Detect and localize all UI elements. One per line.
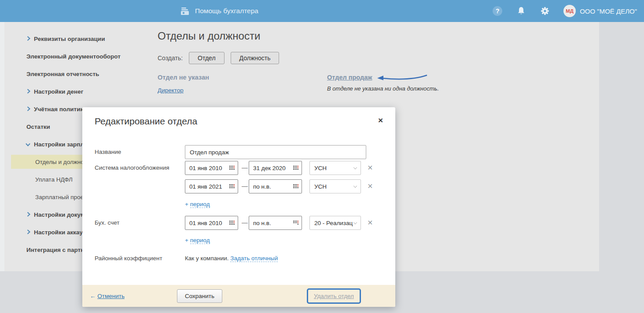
create-row: Создать: Отдел Должность [158,52,279,64]
range-dash: — [242,219,248,226]
page-title: Отделы и должности [158,30,260,42]
cancel-link[interactable]: ← Отменить [90,293,125,299]
modal-title: Редактирование отдела [95,116,197,127]
app-title-block: Помощь бухгалтера [180,0,258,22]
app-title: Помощь бухгалтера [195,7,258,15]
modal-footer: ← Отменить Сохранить Удалить отдел [82,285,395,307]
set-different-link[interactable]: Задать отличный [230,255,278,262]
plus-icon: + [185,237,188,244]
page-left-margin [0,22,4,271]
tax-row1-date-from [185,161,238,175]
sidebar-item-money-settings[interactable]: Настройки денег [4,83,152,100]
plus-icon: + [185,201,188,207]
chevron-right-icon [27,229,30,234]
date-from-input[interactable] [185,179,238,193]
group-no-department: Отдел не указан Директор [158,74,209,94]
sidebar-item-label: Электронная отчетность [26,71,99,77]
chevron-right-icon [27,106,30,111]
create-label: Создать: [158,55,183,62]
tax-row2-date-from [185,179,238,193]
top-header-bar: Помощь бухгалтера ? [0,0,644,22]
avatar: МД [563,5,576,17]
chevron-down-icon [353,166,357,169]
select-value: УСН [314,165,327,171]
tax-row2-date-to [249,179,302,193]
annotation-arrow-icon [377,73,429,84]
date-to-input[interactable] [249,179,302,193]
account-label: Бух. счет [95,219,119,226]
group-sales-department: Отдел продаж В отделе не указана ни одна… [327,74,439,92]
sidebar-item-label: Остатки [26,124,50,130]
coefficient-value: Как у компании. Задать отличный [185,255,278,262]
chevron-down-icon [26,143,30,146]
company-name: ООО "МОЁ ДЕЛО" [580,7,637,15]
account-menu[interactable]: МД ООО "МОЁ ДЕЛО" [563,5,637,17]
account-select[interactable]: 20 - Реализац [309,216,361,230]
department-name-input[interactable] [185,145,366,159]
header-actions: ? МД ООО "МОЁ ДЕЛО" [492,0,637,22]
close-icon[interactable]: × [378,116,383,124]
remove-row-icon[interactable]: × [368,163,373,172]
arrow-left-icon: ← [90,293,96,299]
edit-department-modal: Редактирование отдела × Название Система… [82,107,395,307]
sidebar-item-label: Электронный документооборот [26,53,121,60]
name-label: Название [95,149,121,155]
tax-system-label: Система налогообложения [95,164,169,171]
position-link-director[interactable]: Директор [158,87,184,94]
add-period-label: период [190,237,210,244]
delete-department-button[interactable]: Удалить отдел [307,288,361,304]
department-note: В отделе не указана ни одна должность. [327,85,439,92]
chevron-down-icon [353,184,357,188]
save-button[interactable]: Сохранить [177,289,222,303]
sidebar-item-ereporting[interactable]: Электронная отчетность [4,65,152,83]
coefficient-text: Как у компании. [185,255,228,262]
select-value: УСН [314,183,327,190]
tax-system-select[interactable]: УСН [309,179,361,193]
create-department-button[interactable]: Отдел [189,52,224,64]
date-from-input[interactable] [185,161,238,175]
bell-icon [517,6,526,16]
chevron-right-icon [27,212,30,217]
sidebar-item-edo[interactable]: Электронный документооборот [4,47,152,65]
create-position-button[interactable]: Должность [231,52,280,64]
range-dash: — [242,164,248,171]
remove-row-icon[interactable]: × [368,182,373,190]
help-icon: ? [493,6,502,16]
date-to-input[interactable] [249,161,302,175]
tax-system-select[interactable]: УСН [309,161,361,175]
sidebar-item-org-details[interactable]: Реквизиты организации [4,30,152,47]
remove-row-icon[interactable]: × [368,218,373,227]
sidebar-item-label: Уплата НДФЛ [35,176,73,183]
notifications-button[interactable] [516,6,526,16]
date-from-input[interactable] [185,216,238,230]
add-period-link[interactable]: + период [185,237,210,244]
delete-label: Удалить отдел [314,293,354,299]
help-button[interactable]: ? [492,6,503,16]
sidebar-item-label: Зарплатный проект [35,194,89,200]
account-date-from [185,216,238,230]
range-dash: — [242,182,248,189]
sidebar-item-label: Настройки денег [34,88,83,95]
add-period-link[interactable]: + период [185,201,210,207]
sidebar-item-label: Учётная политика [34,106,87,113]
date-to-input[interactable] [249,216,302,230]
gear-icon [540,6,550,16]
tax-row1-date-to [249,161,302,175]
coefficient-label: Районный коэффициент [95,255,162,262]
select-value: 20 - Реализац [314,220,353,226]
department-link-sales[interactable]: Отдел продаж [327,74,372,81]
add-period-label: период [190,201,210,208]
settings-button[interactable] [540,6,550,16]
chevron-right-icon [27,89,30,94]
account-date-to [249,216,302,230]
chevron-right-icon [27,36,30,41]
group-title: Отдел не указан [158,74,209,81]
sidebar-item-label: Реквизиты организации [34,36,105,42]
chevron-down-icon [353,221,357,224]
cancel-label: Отменить [97,293,125,299]
cashbox-icon [180,6,190,16]
